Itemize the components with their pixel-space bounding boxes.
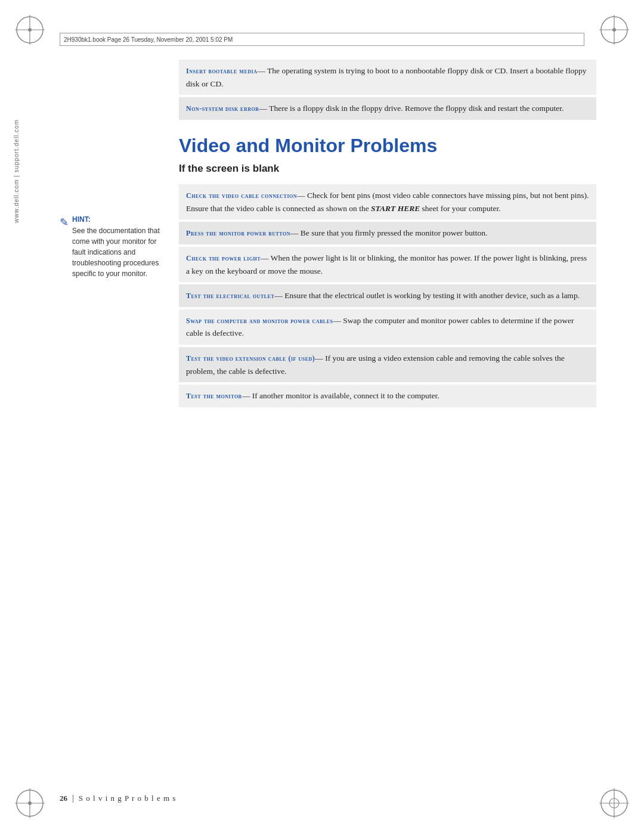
main-entry-7-label: Test the monitor [186, 392, 242, 400]
main-entry-1: Check the video cable connection— Check … [179, 184, 596, 219]
section-heading: Video and Monitor Problems [179, 134, 596, 157]
corner-marker-bl [12, 785, 48, 821]
svg-point-3 [28, 28, 32, 32]
main-entry-5-label: Swap the computer and monitor power cabl… [186, 317, 333, 325]
footer-section-label: S o l v i n g P r o b l e m s [79, 794, 177, 803]
main-entry-4-label: Test the electrical outlet [186, 292, 274, 300]
top-entry-2-text: There is a floppy disk in the floppy dri… [269, 104, 564, 113]
corner-marker-tl [12, 12, 48, 48]
footer-divider: | [72, 794, 74, 803]
top-entry-1: Insert bootable media— The operating sys… [179, 60, 596, 95]
main-entry-1-label: Check the video cable connection [186, 191, 297, 200]
left-column: ✎ HINT: See the documentation that come … [60, 215, 167, 279]
header-bar: 2H930bk1.book Page 26 Tuesday, November … [60, 33, 584, 46]
main-entry-7-text: If another monitor is available, connect… [252, 391, 439, 400]
top-entry-1-dash: — [257, 66, 267, 75]
right-column: Insert bootable media— The operating sys… [179, 60, 596, 410]
hint-label: HINT: [72, 215, 91, 224]
svg-point-7 [612, 28, 616, 32]
main-entry-2: Press the monitor power button— Be sure … [179, 222, 596, 244]
corner-marker-br [596, 785, 632, 821]
main-entry-4-text: Ensure that the electrical outlet is wor… [284, 291, 580, 300]
hint-text: See the documentation that come with you… [72, 225, 167, 279]
main-content: Insert bootable media— The operating sys… [60, 60, 596, 785]
corner-marker-tr [596, 12, 632, 48]
top-entries-list: Insert bootable media— The operating sys… [179, 60, 596, 120]
top-entry-2-dash: — [259, 104, 270, 113]
sidebar-url: www.dell.com | support.dell.com [13, 119, 20, 223]
main-entry-3-label: Check the power light [186, 254, 261, 262]
main-entry-3: Check the power light— When the power li… [179, 247, 596, 282]
top-entry-2: Non-system disk error— There is a floppy… [179, 97, 596, 120]
hint-box: ✎ HINT: See the documentation that come … [60, 215, 167, 279]
main-entry-4: Test the electrical outlet— Ensure that … [179, 284, 596, 307]
hint-content: HINT: See the documentation that come wi… [72, 215, 167, 279]
main-entry-2-text: Be sure that you firmly pressed the moni… [301, 228, 487, 237]
header-file-info: 2H930bk1.book Page 26 Tuesday, November … [64, 36, 233, 43]
svg-point-11 [28, 801, 32, 805]
sub-heading: If the screen is blank [179, 163, 596, 175]
main-entry-6: Test the video extension cable (if used)… [179, 347, 596, 382]
main-entries-list: Check the video cable connection— Check … [179, 184, 596, 407]
main-entry-6-label: Test the video extension cable (if used) [186, 354, 315, 363]
page-container: 2H930bk1.book Page 26 Tuesday, November … [0, 0, 644, 833]
main-entry-7: Test the monitor— If another monitor is … [179, 385, 596, 407]
main-entry-5: Swap the computer and monitor power cabl… [179, 309, 596, 345]
top-entry-2-label: Non-system disk error [186, 104, 259, 113]
top-entry-1-label: Insert bootable media [186, 67, 257, 75]
footer: 26 | S o l v i n g P r o b l e m s [60, 794, 596, 803]
hint-icon: ✎ [60, 216, 69, 229]
main-entry-2-label: Press the monitor power button [186, 229, 290, 237]
footer-page-number: 26 [60, 794, 67, 803]
